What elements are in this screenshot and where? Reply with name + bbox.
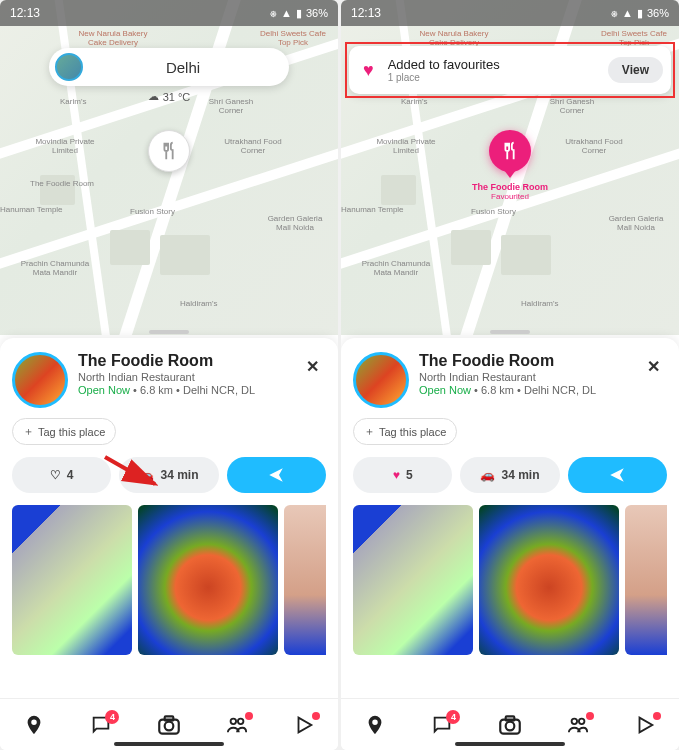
place-meta: Open Now • 6.8 km • Delhi NCR, DL <box>78 384 288 396</box>
car-icon: 🚗 <box>139 468 154 482</box>
plus-icon: ＋ <box>23 424 34 439</box>
nav-friends[interactable] <box>217 714 257 736</box>
nav-map[interactable] <box>14 714 54 736</box>
photo-strip[interactable] <box>12 505 326 655</box>
place-pin[interactable] <box>148 130 190 172</box>
signal-icon: ▮ <box>296 7 302 20</box>
wifi-icon: ▲ <box>622 7 633 19</box>
close-button[interactable]: ✕ <box>639 352 667 380</box>
nav-map[interactable] <box>355 714 395 736</box>
nav-chat[interactable]: 4 <box>81 714 121 736</box>
place-avatar[interactable] <box>353 352 409 408</box>
plus-icon: ＋ <box>364 424 375 439</box>
home-indicator <box>114 742 224 746</box>
avatar[interactable] <box>55 53 83 81</box>
status-right: ⎈ ▲ ▮ 36% <box>270 7 328 20</box>
map-poi: Movindia Private Limited <box>371 138 441 156</box>
weather: ☁ 31 °C <box>148 90 191 103</box>
heart-icon: ♥ <box>363 60 374 81</box>
svg-point-1 <box>165 721 174 730</box>
map-poi: Shri Ganesh Corner <box>537 98 607 116</box>
status-right: ⎈ ▲ ▮ 36% <box>611 7 669 20</box>
place-avatar[interactable] <box>12 352 68 408</box>
place-photo[interactable] <box>284 505 326 655</box>
map[interactable]: New Narula Bakery Cake Delivery Delhi Sw… <box>0 0 338 335</box>
play-badge <box>312 712 320 720</box>
place-photo[interactable] <box>138 505 278 655</box>
location-icon: ⎈ <box>270 7 277 19</box>
pin-label: The Foodie Room Favourited <box>472 182 548 201</box>
svg-point-3 <box>230 718 236 724</box>
nav-friends[interactable] <box>558 714 598 736</box>
map[interactable]: New Narula Bakery Cake Delivery Delhi Sw… <box>341 0 679 335</box>
close-button[interactable]: ✕ <box>298 352 326 380</box>
favourite-toast: ♥ Added to favourites 1 place View <box>349 46 671 94</box>
place-category: North Indian Restaurant <box>78 371 288 383</box>
home-indicator <box>455 742 565 746</box>
nav-play[interactable] <box>625 714 665 736</box>
place-photo[interactable] <box>479 505 619 655</box>
send-button[interactable] <box>568 457 667 493</box>
place-photo[interactable] <box>625 505 667 655</box>
map-poi: Hanuman Temple <box>341 206 404 215</box>
status-time: 12:13 <box>10 6 40 20</box>
toast-view-button[interactable]: View <box>608 57 663 83</box>
drag-handle[interactable] <box>149 330 189 334</box>
search-bar[interactable]: Delhi <box>49 48 289 86</box>
place-title: The Foodie Room <box>419 352 629 370</box>
drive-time[interactable]: 🚗 34 min <box>460 457 559 493</box>
photo-strip[interactable] <box>353 505 667 655</box>
place-photo[interactable] <box>12 505 132 655</box>
place-sheet[interactable]: The Foodie Room North Indian Restaurant … <box>341 338 679 698</box>
svg-point-6 <box>506 721 515 730</box>
toast-title: Added to favourites <box>388 57 608 72</box>
place-pin-favourited[interactable] <box>489 130 531 172</box>
map-poi: Movindia Private Limited <box>30 138 100 156</box>
svg-point-8 <box>571 718 577 724</box>
nav-play[interactable] <box>284 714 324 736</box>
car-icon: 🚗 <box>480 468 495 482</box>
map-pin-icon <box>23 714 45 736</box>
play-badge <box>653 712 661 720</box>
send-icon <box>608 466 626 484</box>
signal-icon: ▮ <box>637 7 643 20</box>
map-poi: Haldiram's <box>180 300 218 309</box>
friends-badge <box>586 712 594 720</box>
battery-text: 36% <box>647 7 669 19</box>
like-button-active[interactable]: ♥ 5 <box>353 457 452 493</box>
map-poi: Karim's <box>60 98 86 107</box>
status-bar: 12:13 ⎈ ▲ ▮ 36% <box>341 0 679 26</box>
tag-place-button[interactable]: ＋ Tag this place <box>12 418 116 445</box>
tag-place-button[interactable]: ＋ Tag this place <box>353 418 457 445</box>
svg-point-9 <box>578 718 584 724</box>
cloud-icon: ☁ <box>148 90 159 103</box>
map-poi: Prachin Chamunda Mata Mandir <box>361 260 431 278</box>
drag-handle[interactable] <box>490 330 530 334</box>
chat-badge: 4 <box>105 710 119 724</box>
map-poi: Delhi Sweets Cafe Top Pick <box>258 30 328 48</box>
phone-right: 12:13 ⎈ ▲ ▮ 36% New Narula Bakery Cake D… <box>341 0 679 750</box>
map-pin-icon <box>364 714 386 736</box>
place-photo[interactable] <box>353 505 473 655</box>
map-poi: Karim's <box>401 98 427 107</box>
send-button[interactable] <box>227 457 326 493</box>
status-bar: 12:13 ⎈ ▲ ▮ 36% <box>0 0 338 26</box>
svg-point-4 <box>237 718 243 724</box>
map-poi: Delhi Sweets Cafe Top Pick <box>599 30 669 48</box>
map-poi: Utrakhand Food Corner <box>218 138 288 156</box>
map-poi: Prachin Chamunda Mata Mandir <box>20 260 90 278</box>
map-poi: Haldiram's <box>521 300 559 309</box>
toast-subtitle: 1 place <box>388 72 608 83</box>
nav-camera[interactable] <box>149 712 189 738</box>
wifi-icon: ▲ <box>281 7 292 19</box>
drive-time[interactable]: 🚗 34 min <box>119 457 218 493</box>
place-sheet[interactable]: The Foodie Room North Indian Restaurant … <box>0 338 338 698</box>
heart-outline-icon: ♡ <box>50 468 61 482</box>
phone-left: 12:13 ⎈ ▲ ▮ 36% New Narula Bakery Cake D… <box>0 0 338 750</box>
location-icon: ⎈ <box>611 7 618 19</box>
nav-chat[interactable]: 4 <box>422 714 462 736</box>
nav-camera[interactable] <box>490 712 530 738</box>
map-poi: New Narula Bakery Cake Delivery <box>419 30 489 48</box>
like-button[interactable]: ♡ 4 <box>12 457 111 493</box>
place-meta: Open Now • 6.8 km • Delhi NCR, DL <box>419 384 629 396</box>
